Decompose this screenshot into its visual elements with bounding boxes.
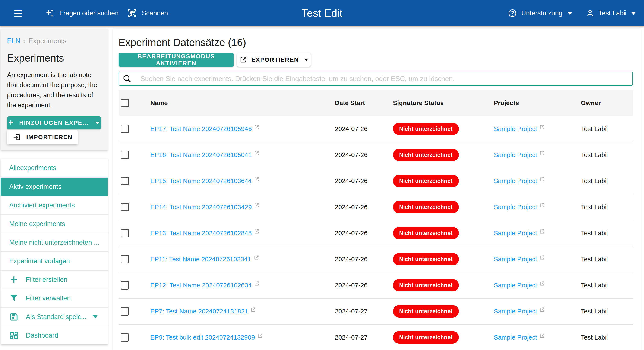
experiment-link[interactable]: EP12: Test Name 20240726102634: [150, 281, 252, 289]
owner-cell: Test Labii: [581, 203, 633, 211]
external-link-icon: [539, 255, 545, 260]
select-all-checkbox[interactable]: [121, 99, 129, 107]
qr-scanner-icon: [128, 9, 137, 18]
owner-cell: Test Labii: [581, 334, 633, 341]
sidebar-item-filter-verwalten[interactable]: Filter verwalten: [1, 289, 108, 307]
sidebar-item-aktiv-experiments[interactable]: Aktiv experiments: [1, 177, 108, 196]
sidebar-item-label: Experiment vorlagen: [9, 257, 70, 265]
experiment-link[interactable]: EP11: Test Name 20240726102341: [150, 255, 251, 263]
sidebar-item-als-standard-speic[interactable]: Als Standard speic...: [1, 307, 108, 326]
scan-button[interactable]: Scannen: [128, 0, 168, 27]
sidebar-item-label: Dashboard: [26, 332, 58, 339]
external-link-icon: [254, 150, 260, 156]
row-checkbox[interactable]: [121, 151, 129, 159]
add-experiment-button[interactable]: + HINZUFÜGEN EXPE...: [7, 116, 101, 129]
support-label: Unterstützung: [521, 10, 562, 17]
column-header-owner: Owner: [581, 99, 633, 107]
row-checkbox[interactable]: [121, 125, 129, 133]
sidebar-item-filter-erstellen[interactable]: Filter erstellen: [1, 270, 108, 289]
activate-edit-mode-button[interactable]: BEARBEITUNGSMODUS AKTIVIEREN: [118, 53, 234, 67]
sidebar-item-label: Filter verwalten: [26, 294, 71, 302]
external-link-icon: [539, 281, 545, 286]
sidebar-item-alleexperiments[interactable]: Alleexperiments: [1, 159, 108, 177]
column-header-projects: Projects: [494, 99, 581, 107]
external-link-icon: [254, 255, 259, 260]
search-icon: [122, 74, 132, 83]
project-link[interactable]: Sample Project: [494, 229, 537, 237]
experiment-link[interactable]: EP16: Test Name 20240726105041: [150, 151, 252, 159]
table-row: EP7: Test Name 20240724131821 2024-07-27…: [118, 298, 633, 324]
column-header-name: Name: [150, 99, 335, 107]
sidebar-item-meine-experiments[interactable]: Meine experiments: [1, 214, 108, 233]
experiment-link[interactable]: EP13: Test Name 20240726102848: [150, 229, 252, 237]
experiment-link[interactable]: EP15: Test Name 20240726103644: [150, 177, 252, 185]
row-checkbox[interactable]: [121, 333, 129, 342]
signature-status-badge: Nicht unterzeichnet: [393, 253, 459, 265]
signature-status-badge: Nicht unterzeichnet: [393, 123, 459, 135]
sidebar-item-meine-nicht-unterzeichneten[interactable]: Meine nicht unterzeichneten ...: [1, 233, 108, 251]
table-row: EP14: Test Name 20240726103429 2024-07-2…: [118, 194, 633, 220]
table-row: EP16: Test Name 20240726105041 2024-07-2…: [118, 142, 633, 168]
signature-status-badge: Nicht unterzeichnet: [393, 331, 459, 343]
external-link-icon: [254, 229, 260, 234]
ask-or-search-button[interactable]: Fragen oder suchen: [45, 0, 118, 27]
external-link-icon: [539, 176, 545, 182]
external-link-icon: [539, 229, 545, 234]
project-link[interactable]: Sample Project: [494, 333, 537, 341]
ask-or-search-label: Fragen oder suchen: [59, 10, 118, 17]
experiment-link[interactable]: EP17: Test Name 20240726105946: [150, 125, 252, 133]
owner-cell: Test Labii: [581, 229, 633, 237]
project-link[interactable]: Sample Project: [494, 151, 537, 159]
external-link-icon: [539, 203, 545, 208]
support-menu[interactable]: Unterstützung: [508, 0, 572, 27]
project-link[interactable]: Sample Project: [494, 281, 537, 289]
project-link[interactable]: Sample Project: [494, 177, 537, 185]
row-checkbox[interactable]: [121, 255, 129, 263]
menu-button[interactable]: [14, 0, 24, 27]
top-navigation-bar: Fragen oder suchen Scannen Test Edit: [0, 0, 644, 27]
import-label: IMPORTIEREN: [26, 134, 72, 141]
project-link[interactable]: Sample Project: [494, 125, 537, 133]
signature-status-badge: Nicht unterzeichnet: [393, 201, 459, 213]
date-start-cell: 2024-07-26: [335, 203, 393, 211]
sidebar-item-label: Meine experiments: [9, 220, 65, 228]
owner-cell: Test Labii: [581, 177, 633, 185]
export-button[interactable]: EXPORTIEREN: [237, 53, 311, 67]
project-link[interactable]: Sample Project: [494, 307, 537, 315]
user-menu[interactable]: Test Labii: [586, 0, 636, 27]
table-row: EP17: Test Name 20240726105946 2024-07-2…: [118, 116, 633, 142]
search-input[interactable]: [140, 75, 628, 83]
toolbar: BEARBEITUNGSMODUS AKTIVIEREN EXPORTIEREN: [118, 53, 633, 67]
row-checkbox[interactable]: [121, 307, 129, 315]
date-start-cell: 2024-07-26: [335, 125, 393, 133]
records-title: Experiment Datensätze (16): [118, 37, 633, 48]
row-checkbox[interactable]: [121, 229, 129, 237]
table-row: EP12: Test Name 20240726102634 2024-07-2…: [118, 272, 633, 298]
sidebar-item-archiviert-experiments[interactable]: Archiviert experiments: [1, 196, 108, 214]
sidebar-item-label: Filter erstellen: [26, 276, 68, 283]
chevron-down-icon: [304, 59, 308, 61]
row-checkbox[interactable]: [121, 177, 129, 185]
row-checkbox[interactable]: [121, 203, 129, 211]
sidebar-item-label: Meine nicht unterzeichneten ...: [9, 239, 99, 246]
external-link-icon: [539, 150, 545, 156]
experiment-link[interactable]: EP7: Test Name 20240724131821: [150, 307, 248, 315]
plus-icon: +: [8, 118, 14, 127]
signature-status-badge: Nicht unterzeichnet: [393, 305, 459, 317]
breadcrumb-eln-link[interactable]: ELN: [7, 37, 20, 45]
import-menu-item[interactable]: IMPORTIEREN: [7, 130, 78, 144]
external-link-icon: [254, 124, 260, 130]
row-checkbox[interactable]: [121, 281, 129, 289]
experiment-link[interactable]: EP14: Test Name 20240726103429: [150, 203, 252, 211]
sidebar-item-experiment-vorlagen[interactable]: Experiment vorlagen: [1, 251, 108, 270]
dashboard-icon: [9, 331, 18, 340]
project-link[interactable]: Sample Project: [494, 203, 537, 211]
external-link-icon: [254, 281, 260, 286]
chevron-down-icon: [95, 122, 100, 124]
sidebar-item-dashboard[interactable]: Dashboard: [1, 326, 108, 344]
owner-cell: Test Labii: [581, 125, 633, 133]
signature-status-badge: Nicht unterzeichnet: [393, 279, 459, 291]
project-link[interactable]: Sample Project: [494, 255, 537, 263]
experiment-link[interactable]: EP9: Test bulk edit 20240724132909: [150, 333, 255, 341]
table-row: EP9: Test bulk edit 20240724132909 2024-…: [118, 324, 633, 350]
